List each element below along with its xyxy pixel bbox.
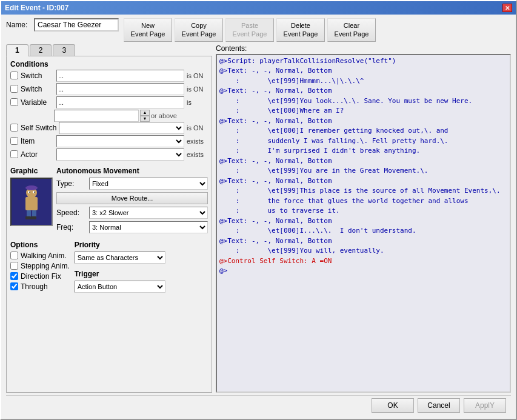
graphic-title: Graphic bbox=[10, 167, 53, 175]
am-title: Autonomous Movement bbox=[56, 167, 208, 175]
through-check[interactable] bbox=[10, 282, 18, 290]
stepping-anim-check[interactable] bbox=[10, 262, 18, 270]
content-line: @>Text: -, -, Normal, Bottom bbox=[219, 216, 507, 227]
conditions-section: Conditions Switch is ON Switch is ON bbox=[10, 60, 208, 162]
cancel-button[interactable]: Cancel bbox=[418, 398, 460, 413]
content-line: : I'm surprised I didn't break anything. bbox=[219, 146, 507, 156]
cond-selfswitch-label: Self Switch bbox=[21, 124, 56, 132]
graphic-section: Graphic bbox=[10, 167, 53, 236]
content-line: : \et[000]I remember getting knocked out… bbox=[219, 126, 507, 136]
svg-rect-10 bbox=[31, 216, 36, 219]
options-priority-trigger-row: Options Walking Anim. Stepping Anim. bbox=[10, 241, 208, 293]
cond-switch-2-status: is ON bbox=[187, 85, 208, 93]
copy-event-page-button[interactable]: Copy Event Page bbox=[175, 18, 223, 42]
spinner-arrows: ▲ ▼ bbox=[140, 110, 150, 122]
cond-switch-2-input[interactable] bbox=[56, 83, 184, 95]
tab-3[interactable]: 3 bbox=[53, 44, 75, 56]
contents-box[interactable]: @>Script: playerTalkCollisionResolve("le… bbox=[216, 54, 511, 393]
cond-actor-label: Actor bbox=[21, 150, 54, 159]
paste-event-page-button[interactable]: Paste Event Page bbox=[225, 18, 274, 42]
content-line: : the force that glues the world togethe… bbox=[219, 196, 507, 207]
walking-anim-check[interactable] bbox=[10, 252, 18, 259]
am-speed-label: Speed: bbox=[56, 208, 87, 217]
content-line: @>Text: -, -, Normal, Bottom bbox=[219, 176, 507, 187]
trigger-select[interactable]: Action Button bbox=[75, 281, 165, 293]
graphic-am-row: Graphic bbox=[10, 167, 208, 236]
content-line: @>Text: -, -, Normal, Bottom bbox=[219, 156, 507, 167]
am-speed-select[interactable]: 3: x2 Slower bbox=[89, 207, 208, 219]
content-line: : \et[999]You are in the Great Movement.… bbox=[219, 166, 507, 176]
cond-switch-1-input[interactable] bbox=[56, 70, 184, 82]
options-title: Options bbox=[10, 241, 70, 249]
am-type-row: Type: Fixed bbox=[56, 178, 208, 190]
spin-down-btn[interactable]: ▼ bbox=[140, 116, 150, 122]
spinner-row: ▲ ▼ or above bbox=[54, 110, 208, 122]
cond-actor-select[interactable] bbox=[56, 148, 184, 161]
close-button[interactable]: ✕ bbox=[502, 4, 512, 12]
graphic-box[interactable] bbox=[10, 178, 53, 226]
cond-actor-row: Actor exists bbox=[10, 148, 208, 161]
am-freq-select[interactable]: 3: Normal bbox=[89, 221, 208, 233]
name-col: Name: bbox=[6, 18, 119, 32]
svg-rect-0 bbox=[25, 197, 38, 210]
cond-item-check[interactable] bbox=[10, 137, 18, 145]
apply-button[interactable]: ApplY bbox=[464, 398, 506, 413]
graphic-sprite bbox=[16, 182, 47, 221]
main-content: 1 2 3 Conditions Switch is ON bbox=[6, 44, 511, 393]
cond-selfswitch-select[interactable] bbox=[59, 122, 184, 134]
cond-variable-row: Variable is bbox=[10, 96, 208, 108]
content-line: : suddenly I was falling.\. Fell pretty … bbox=[219, 136, 507, 147]
conditions-title: Conditions bbox=[10, 60, 208, 68]
walking-anim-row: Walking Anim. bbox=[10, 252, 70, 260]
name-label: Name: bbox=[6, 21, 30, 29]
cond-switch-2-check[interactable] bbox=[10, 85, 18, 93]
cond-selfswitch-row: Self Switch is ON bbox=[10, 122, 208, 134]
content-line: @>Text: -, -, Normal, Bottom bbox=[219, 236, 507, 247]
cond-actor-check[interactable] bbox=[10, 150, 18, 158]
window-body: Name: New Event Page Copy Event Page Pas… bbox=[1, 15, 516, 419]
delete-event-page-button[interactable]: Delete Event Page bbox=[276, 18, 325, 42]
cond-item-label: Item bbox=[21, 137, 54, 145]
direction-fix-check[interactable] bbox=[10, 272, 18, 280]
cond-item-select[interactable] bbox=[56, 135, 184, 147]
or-above-label: or above bbox=[151, 112, 177, 119]
tab-1[interactable]: 1 bbox=[6, 44, 28, 56]
content-line: @>Text: -, -, Normal, Bottom bbox=[219, 86, 507, 96]
content-line: @> bbox=[219, 266, 507, 276]
content-line: : \et[000]Where am I? bbox=[219, 106, 507, 116]
clear-event-page-button[interactable]: Clear Event Page bbox=[327, 18, 376, 42]
toolbar-row: New Event Page Copy Event Page Paste Eve… bbox=[124, 18, 376, 42]
new-event-page-button[interactable]: New Event Page bbox=[124, 18, 172, 42]
priority-trigger-col: Priority Same as Characters Trigger Acti… bbox=[75, 241, 208, 293]
am-freq-label: Freq: bbox=[56, 223, 87, 232]
spinner-input[interactable] bbox=[54, 110, 139, 122]
name-toolbar-area: Name: New Event Page Copy Event Page Pas… bbox=[6, 18, 511, 42]
content-line: @>Script: playerTalkCollisionResolve("le… bbox=[219, 56, 507, 67]
svg-rect-9 bbox=[25, 216, 31, 219]
cond-variable-check[interactable] bbox=[10, 98, 18, 106]
content-line: : \et[999]You look...\.\. Sane. You must… bbox=[219, 96, 507, 107]
cond-variable-input[interactable] bbox=[56, 96, 184, 108]
content-line: : \et[999]You will, eventually. bbox=[219, 246, 507, 256]
priority-select[interactable]: Same as Characters bbox=[75, 252, 165, 264]
priority-section: Priority Same as Characters bbox=[75, 241, 208, 264]
cond-selfswitch-check[interactable] bbox=[10, 124, 18, 132]
cond-switch-1-check[interactable] bbox=[10, 72, 18, 79]
cond-switch-1-status: is ON bbox=[187, 72, 208, 79]
name-input[interactable] bbox=[34, 18, 119, 32]
tabs-row: 1 2 3 bbox=[6, 44, 212, 56]
content-line: : \et[000]I...\.\. I don't understand. bbox=[219, 226, 507, 236]
stepping-anim-label: Stepping Anim. bbox=[21, 262, 70, 270]
priority-title: Priority bbox=[75, 241, 208, 249]
bottom-bar: OK Cancel ApplY bbox=[6, 395, 511, 415]
spin-up-btn[interactable]: ▲ bbox=[140, 110, 150, 116]
autonomous-movement-section: Autonomous Movement Type: Fixed Move Rou… bbox=[56, 167, 208, 236]
ok-button[interactable]: OK bbox=[372, 398, 414, 413]
cond-actor-status: exists bbox=[187, 151, 208, 158]
tab-2[interactable]: 2 bbox=[30, 44, 52, 56]
move-route-button[interactable]: Move Route... bbox=[56, 192, 208, 204]
am-type-select[interactable]: Fixed bbox=[89, 178, 208, 190]
walking-anim-label: Walking Anim. bbox=[21, 252, 67, 260]
through-label: Through bbox=[21, 282, 48, 291]
cond-switch-2-label: Switch bbox=[21, 85, 54, 93]
